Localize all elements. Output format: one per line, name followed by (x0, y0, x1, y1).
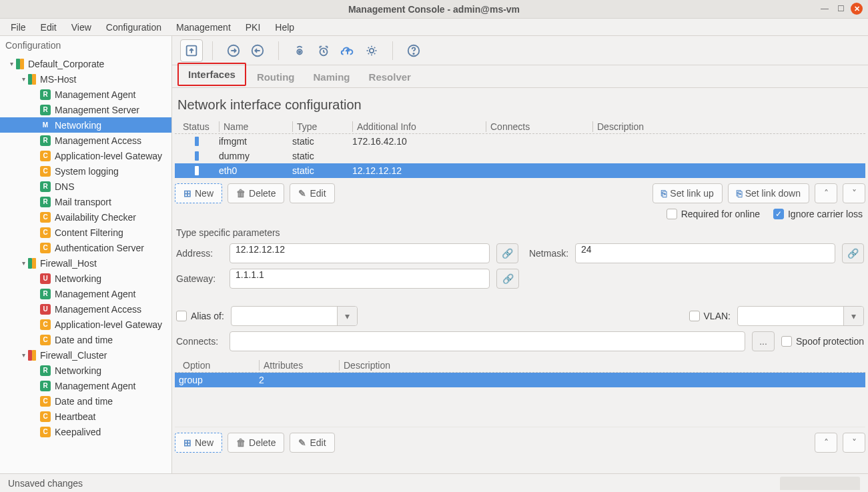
alias-checkbox[interactable]: Alias of: (176, 311, 224, 321)
sidebar-item-availability-checker[interactable]: CAvailability Checker (0, 209, 171, 225)
sidebar-item-networking[interactable]: MNetworking (0, 117, 171, 133)
col-type[interactable]: Type (292, 121, 352, 132)
connects-more-button[interactable]: ... (752, 331, 775, 351)
interface-row[interactable]: ifmgmtstatic172.16.42.10 (175, 134, 865, 149)
interface-row[interactable]: dummystatic (175, 149, 865, 163)
required-online-checkbox[interactable]: Required for online (667, 209, 760, 219)
opt-col-option[interactable]: Option (179, 360, 259, 371)
menu-pki[interactable]: PKI (239, 20, 268, 35)
sidebar-item-label: Heartbeat (55, 411, 95, 422)
tab-routing[interactable]: Routing (248, 67, 304, 87)
new-interface-button[interactable]: ⊞New (175, 183, 222, 203)
move-up-button[interactable]: ˄ (815, 183, 837, 203)
address-input[interactable]: 12.12.12.12 (230, 243, 490, 263)
col-connects[interactable]: Connects (486, 121, 592, 132)
toolbar-view-icon[interactable] (288, 39, 311, 62)
checkbox-icon (781, 336, 792, 347)
tab-naming[interactable]: Naming (304, 67, 360, 87)
sidebar-item-application-level-gateway[interactable]: CApplication-level Gateway (0, 148, 171, 163)
delete-interface-button[interactable]: 🗑Delete (228, 183, 284, 203)
vlan-combo[interactable]: ▾ (737, 306, 864, 326)
alias-combo[interactable]: ▾ (231, 306, 358, 326)
sidebar-item-management-agent[interactable]: RManagement Agent (0, 378, 171, 393)
maximize-icon[interactable]: ☐ (835, 3, 847, 15)
toolbar-upload-icon[interactable] (336, 39, 359, 62)
sidebar-item-default-corporate[interactable]: ▾Default_Corporate (0, 56, 171, 71)
close-icon[interactable]: ✕ (851, 3, 863, 15)
edit-interface-button[interactable]: ✎Edit (290, 183, 334, 203)
toolbar-swap-icon[interactable] (312, 39, 335, 62)
sidebar-item-management-server[interactable]: RManagement Server (0, 102, 171, 117)
sidebar-item-firewall-cluster[interactable]: ▾Firewall_Cluster (0, 347, 171, 363)
svg-point-4 (299, 51, 301, 53)
opt-col-description[interactable]: Description (339, 360, 861, 371)
toolbar-help-icon[interactable] (402, 39, 425, 62)
spoof-checkbox[interactable]: Spoof protection (781, 336, 864, 347)
toolbar-import-icon[interactable] (222, 39, 245, 62)
sidebar-item-keepalived[interactable]: CKeepalived (0, 424, 171, 439)
sidebar-item-date-and-time[interactable]: CDate and time (0, 332, 171, 347)
ignore-carrier-checkbox[interactable]: ✓Ignore carrier loss (773, 209, 863, 219)
option-row[interactable]: group2 (175, 373, 865, 387)
toolbar-gear-sync-icon[interactable] (360, 39, 383, 62)
sidebar-item-dns[interactable]: RDNS (0, 179, 171, 194)
menu-view[interactable]: View (65, 20, 98, 35)
svg-point-3 (297, 49, 302, 54)
sidebar-item-authentication-server[interactable]: CAuthentication Server (0, 240, 171, 255)
menu-file[interactable]: File (4, 20, 33, 35)
sidebar-item-networking[interactable]: RNetworking (0, 363, 171, 378)
col-name[interactable]: Name (219, 121, 292, 132)
toolbar-up-icon[interactable] (180, 39, 203, 62)
sidebar-item-management-agent[interactable]: RManagement Agent (0, 286, 171, 301)
sidebar-item-management-access[interactable]: UManagement Access (0, 301, 171, 317)
window-title: Management Console - admin@ms-vm (348, 4, 520, 15)
sidebar-item-networking[interactable]: UNetworking (0, 271, 171, 286)
sidebar-item-management-agent[interactable]: RManagement Agent (0, 87, 171, 102)
tab-interfaces[interactable]: Interfaces (177, 63, 246, 86)
edit-option-button[interactable]: ✎Edit (290, 433, 334, 453)
sidebar-item-heartbeat[interactable]: CHeartbeat (0, 409, 171, 424)
address-link-icon[interactable]: 🔗 (496, 243, 518, 263)
delete-option-button[interactable]: 🗑Delete (228, 433, 284, 453)
set-link-up-button[interactable]: ⎘Set link up (653, 183, 722, 203)
sidebar-item-label: Content Filtering (55, 227, 123, 238)
sidebar-item-mail-transport[interactable]: RMail transport (0, 194, 171, 209)
netmask-link-icon[interactable]: 🔗 (842, 243, 864, 263)
toolbar-export-icon[interactable] (246, 39, 269, 62)
col-status[interactable]: Status (179, 121, 219, 132)
sidebar-item-management-access[interactable]: RManagement Access (0, 133, 171, 148)
sidebar-item-content-filtering[interactable]: CContent Filtering (0, 225, 171, 240)
menu-management[interactable]: Management (169, 20, 238, 35)
new-option-button[interactable]: ⊞New (175, 433, 222, 453)
col-description[interactable]: Description (592, 121, 861, 132)
opt-col-attributes[interactable]: Attributes (259, 360, 339, 371)
tab-resolver[interactable]: Resolver (360, 67, 420, 87)
sidebar-item-firewall-host[interactable]: ▾Firewall_Host (0, 255, 171, 271)
checkbox-icon (176, 311, 187, 321)
connects-input[interactable] (230, 331, 745, 351)
vlan-checkbox[interactable]: VLAN: (689, 311, 731, 321)
sidebar-item-label: Management Agent (55, 381, 135, 391)
sidebar-item-system-logging[interactable]: CSystem logging (0, 163, 171, 179)
menu-edit[interactable]: Edit (34, 20, 63, 35)
sidebar-item-date-and-time[interactable]: CDate and time (0, 393, 171, 409)
sidebar-item-label: Date and time (55, 335, 113, 345)
option-move-down-button[interactable]: ˅ (843, 433, 865, 453)
menu-help[interactable]: Help (268, 20, 301, 35)
status-text: Unsaved changes (8, 478, 83, 489)
move-down-button[interactable]: ˅ (843, 183, 865, 203)
minimize-icon[interactable]: — (819, 3, 831, 15)
sidebar-item-application-level-gateway[interactable]: CApplication-level Gateway (0, 317, 171, 332)
options-table: OptionAttributesDescription group2 (175, 358, 865, 427)
sidebar-item-label: Application-level Gateway (55, 319, 162, 330)
tabs: InterfacesRoutingNamingResolver (172, 65, 868, 88)
set-link-down-button[interactable]: ⎘Set link down (728, 183, 809, 203)
menu-configuration[interactable]: Configuration (99, 20, 168, 35)
gateway-input[interactable]: 1.1.1.1 (230, 269, 490, 289)
interface-row[interactable]: eth0static12.12.12.12 (175, 163, 865, 178)
gateway-link-icon[interactable]: 🔗 (496, 269, 519, 289)
col-additional-info[interactable]: Additional Info (352, 121, 486, 132)
netmask-input[interactable]: 24 (575, 243, 835, 263)
option-move-up-button[interactable]: ˄ (815, 433, 837, 453)
sidebar-item-ms-host[interactable]: ▾MS-Host (0, 71, 171, 87)
